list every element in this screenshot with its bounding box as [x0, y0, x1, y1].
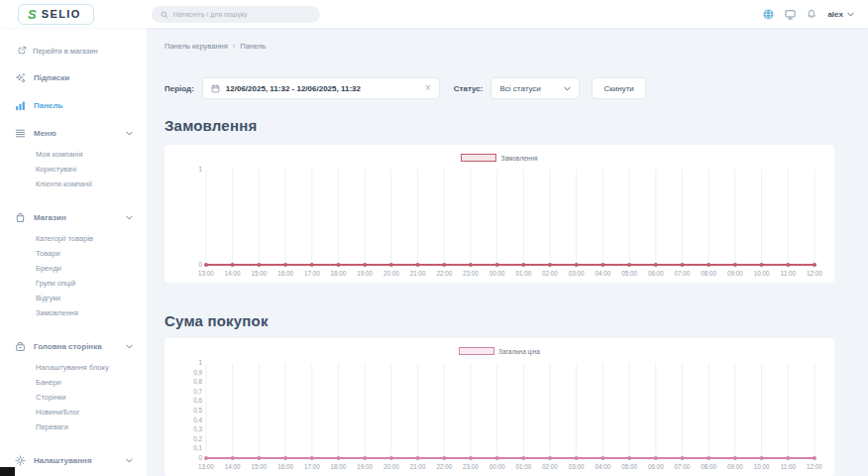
orders-line-chart: 1013:0014:0015:0016:0017:0018:0019:0020:…	[174, 164, 824, 279]
status-label: Статус:	[454, 84, 484, 93]
svg-text:00:00: 00:00	[489, 463, 505, 470]
svg-text:05:00: 05:00	[621, 270, 637, 277]
sidebar-subitem-home-page-4[interactable]: Переваги	[0, 419, 147, 434]
svg-text:20:00: 20:00	[383, 463, 399, 470]
main-content: Панель керування › Панель Період: 12/06/…	[147, 28, 868, 476]
sidebar-item-dashboard[interactable]: Панель	[0, 91, 147, 119]
svg-text:09:00: 09:00	[727, 270, 743, 277]
sidebar-subitem-store-3[interactable]: Групи опцій	[0, 276, 147, 291]
search-input[interactable]	[173, 11, 311, 18]
svg-text:20:00: 20:00	[383, 270, 399, 277]
sidebar-subitem-store-4[interactable]: Відгуки	[0, 291, 147, 305]
sidebar-subitem-home-page-3[interactable]: Новини/Блог	[0, 405, 147, 419]
sidebar-subitem-home-page-1[interactable]: Банери	[0, 375, 147, 390]
svg-text:04:00: 04:00	[596, 463, 611, 470]
go-to-store-label: Перейти в магазин	[33, 47, 98, 56]
line-chart-svg: 1013:0014:0015:0016:0017:0018:0019:0020:…	[174, 164, 824, 279]
period-value: 12/06/2025, 11:32 - 12/06/2025, 11:32	[226, 84, 419, 93]
go-to-store-link[interactable]: Перейти в магазин	[0, 40, 147, 61]
svg-text:14:00: 14:00	[225, 463, 241, 470]
line-chart-svg: 10,90,80,70,60,50,40,30,20,1013:0014:001…	[174, 357, 824, 472]
svg-text:07:00: 07:00	[675, 463, 691, 470]
purchase-sum-line-chart: 10,90,80,70,60,50,40,30,20,1013:0014:001…	[174, 357, 824, 472]
sidebar-subitem-menu-0[interactable]: Моя компанія	[0, 147, 147, 162]
chevron-down-icon	[564, 84, 571, 93]
breadcrumb-separator: ›	[233, 42, 236, 52]
brand-logo-icon: S	[28, 8, 37, 21]
svg-text:17:00: 17:00	[304, 270, 320, 277]
sidebar-subitem-store-2[interactable]: Бренди	[0, 261, 147, 276]
user-menu[interactable]: alex	[827, 10, 854, 19]
svg-text:1: 1	[198, 166, 202, 173]
legend-swatch	[461, 154, 496, 162]
svg-text:01:00: 01:00	[515, 270, 531, 277]
section-title-orders: Замовлення	[164, 117, 834, 134]
svg-text:19:00: 19:00	[357, 463, 373, 470]
svg-text:1: 1	[198, 359, 202, 366]
svg-text:15:00: 15:00	[252, 463, 268, 470]
status-selected-value: Всі статуси	[499, 84, 540, 93]
sidebar-subitem-menu-2[interactable]: Клієнти компанії	[0, 177, 147, 191]
status-select[interactable]: Всі статуси	[490, 77, 580, 99]
svg-text:23:00: 23:00	[463, 463, 479, 470]
sidebar-item-store[interactable]: Магазин	[0, 203, 147, 231]
gear-icon	[14, 455, 26, 466]
svg-text:03:00: 03:00	[569, 270, 585, 277]
menu-icon	[14, 128, 26, 139]
legend-label: Замовлення	[500, 155, 537, 162]
filter-bar: Період: 12/06/2025, 11:32 - 12/06/2025, …	[164, 77, 834, 99]
sidebar: Перейти в магазин ПідпискиПанельМенюМоя …	[0, 28, 147, 476]
sidebar-subitem-store-1[interactable]: Товари	[0, 246, 147, 261]
sidebar-subitem-store-5[interactable]: Замовлення	[0, 305, 147, 320]
svg-text:0: 0	[198, 454, 202, 461]
purchase-sum-chart-legend[interactable]: Загальна ціна	[174, 345, 824, 357]
sidebar-item-label: Магазин	[34, 213, 118, 222]
legend-swatch	[459, 347, 494, 355]
svg-text:0,2: 0,2	[193, 435, 202, 442]
home-page-icon	[14, 341, 26, 352]
external-link-icon	[18, 46, 27, 57]
brand-logo[interactable]: S SELIO	[18, 4, 94, 25]
sidebar-subitem-home-page-0[interactable]: Налаштування блоку	[0, 360, 147, 375]
sidebar-nav: ПідпискиПанельМенюМоя компаніяКористувач…	[0, 63, 147, 476]
global-search[interactable]	[152, 6, 320, 23]
sidebar-item-home-page[interactable]: Головна сторінка	[0, 332, 147, 360]
sidebar-subitem-home-page-2[interactable]: Сторінки	[0, 390, 147, 405]
legend-label: Загальна ціна	[498, 348, 540, 355]
period-input[interactable]: 12/06/2025, 11:32 - 12/06/2025, 11:32 ×	[202, 77, 440, 99]
breadcrumb-current[interactable]: Панель	[240, 42, 266, 52]
svg-text:11:00: 11:00	[781, 463, 797, 470]
sidebar-subitem-store-0[interactable]: Категорії товарів	[0, 231, 147, 246]
svg-text:22:00: 22:00	[436, 463, 452, 470]
sidebar-item-label: Панель	[34, 101, 133, 110]
sidebar-spacer	[0, 191, 147, 203]
monitor-icon[interactable]	[785, 9, 796, 20]
svg-text:13:00: 13:00	[198, 463, 214, 470]
sidebar-item-subscriptions[interactable]: Підписки	[0, 63, 147, 91]
svg-text:02:00: 02:00	[542, 463, 558, 470]
svg-text:0,3: 0,3	[193, 425, 202, 432]
orders-chart-legend[interactable]: Замовлення	[174, 152, 824, 164]
sidebar-item-settings[interactable]: Налаштування	[0, 446, 147, 474]
sidebar-subitem-menu-1[interactable]: Користувачі	[0, 162, 147, 177]
svg-text:21:00: 21:00	[410, 463, 426, 470]
breadcrumb-root[interactable]: Панель керування	[164, 42, 228, 52]
svg-text:0,8: 0,8	[193, 378, 202, 385]
svg-text:0,4: 0,4	[193, 416, 202, 423]
sidebar-item-menu[interactable]: Меню	[0, 119, 147, 147]
svg-text:17:00: 17:00	[304, 463, 320, 470]
sidebar-item-label: Підписки	[34, 73, 133, 82]
svg-text:12:00: 12:00	[807, 463, 822, 470]
bell-icon[interactable]	[807, 9, 816, 19]
clear-period-icon[interactable]: ×	[425, 83, 431, 93]
svg-text:05:00: 05:00	[621, 463, 637, 470]
brand-name: SELIO	[42, 8, 81, 20]
globe-icon[interactable]	[763, 9, 774, 20]
calendar-icon	[211, 79, 220, 97]
reset-button[interactable]: Скинути	[592, 77, 645, 99]
chevron-down-icon	[847, 10, 854, 19]
svg-text:15:00: 15:00	[252, 270, 268, 277]
svg-text:09:00: 09:00	[727, 463, 743, 470]
svg-text:06:00: 06:00	[648, 270, 664, 277]
svg-text:0,6: 0,6	[193, 397, 202, 404]
